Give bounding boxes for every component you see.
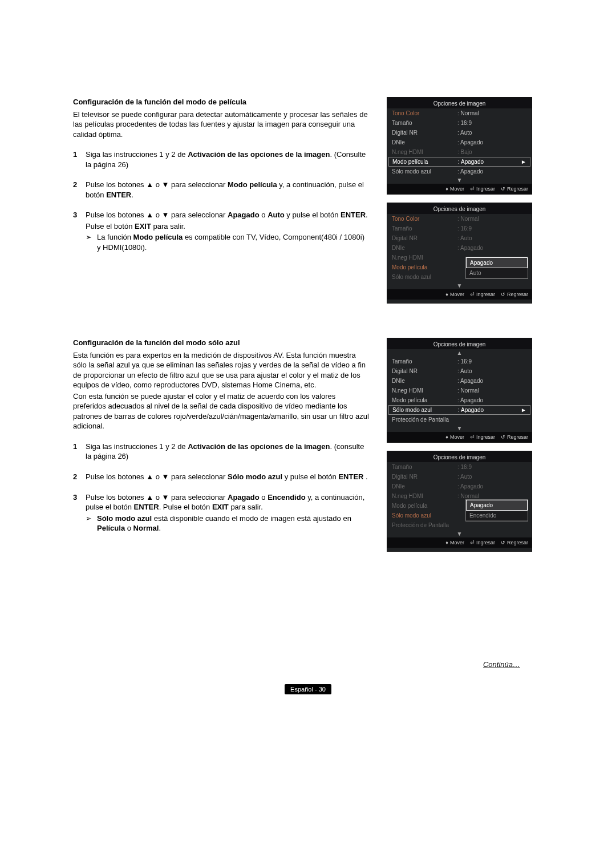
osd-footer: MoverIngresarRegresar xyxy=(387,537,532,548)
osd-row-value: : Apagado xyxy=(457,397,527,403)
osd-row-value: : Auto xyxy=(457,235,527,241)
osd-row-value: : 16:9 xyxy=(457,358,527,365)
osd-row-label: Protección de Pantalla xyxy=(392,417,457,423)
osd-row-value: : Apagado xyxy=(457,483,527,490)
s2-step-2: 2 Pulse los botones ▲ o ▼ para seleccion… xyxy=(73,472,370,482)
osd-row-label: Sólo modo azul xyxy=(392,512,457,519)
osd-row-label: Tono Color xyxy=(392,216,457,222)
osd-hint-return: Regresar xyxy=(501,434,528,440)
section-2-intro: Esta función es para expertos en la medi… xyxy=(73,350,370,390)
osd-row[interactable]: DNIe: Apagado xyxy=(387,482,532,491)
osd-row-value: : Apagado xyxy=(458,159,521,165)
osd-panel-1: Opciones de imagenTono Color: NormalTama… xyxy=(387,97,532,195)
chevron-right-icon: ► xyxy=(521,407,526,413)
osd-hint-enter: Ingresar xyxy=(470,292,495,297)
osd-row[interactable]: Sólo modo azul: Apagado xyxy=(387,167,532,176)
osd-row-value: : 16:9 xyxy=(457,225,527,232)
osd-row-label: DNIe xyxy=(392,483,457,490)
scroll-down-icon: ▼ xyxy=(387,530,532,537)
osd-row[interactable]: Tamaño: 16:9 xyxy=(387,118,532,128)
osd-row-label: Modo película xyxy=(392,264,457,270)
page-footer: Español - 30 xyxy=(73,685,543,693)
osd-hint-return: Regresar xyxy=(501,292,528,297)
osd-row-label: Sólo modo azul xyxy=(392,168,457,175)
section-1-heading: Configuración de la función del modo de … xyxy=(73,97,370,107)
osd-row-label: DNIe xyxy=(392,245,457,251)
osd-row-label: Digital NR xyxy=(392,368,457,374)
section-2-text: Configuración de la función del modo sól… xyxy=(73,338,370,552)
osd-row[interactable]: Tono Color: Normal xyxy=(387,108,532,118)
s1-step-3: 3 Pulse los botones ▲ o ▼ para seleccion… xyxy=(73,210,370,252)
osd-row[interactable]: Modo película: Apagado xyxy=(387,395,532,405)
osd-row-label: Digital NR xyxy=(392,235,457,241)
osd-row[interactable]: N.neg HDMI: Normal xyxy=(387,386,532,395)
osd-row-label: Modo película xyxy=(392,397,457,403)
osd-row-value: : Auto xyxy=(457,474,527,480)
osd-row[interactable]: Modo película: Apagado► xyxy=(388,157,530,167)
scroll-down-icon: ▼ xyxy=(387,282,532,289)
osd-row[interactable]: Digital NR: Auto xyxy=(387,128,532,138)
s1-step-2: 2 Pulse los botones ▲ o ▼ para seleccion… xyxy=(73,180,370,200)
osd-row-label: Protección de Pantalla xyxy=(392,522,457,528)
osd-title: Opciones de imagen xyxy=(387,338,532,349)
osd-row-value: : Normal xyxy=(457,216,527,222)
osd-row-value: : 16:9 xyxy=(457,120,527,126)
osd-popup-option[interactable]: Auto xyxy=(466,268,528,278)
osd-row[interactable]: DNIe: Apagado xyxy=(387,243,532,253)
osd-row-value: : Apagado xyxy=(458,407,521,413)
osd-row-value: : 16:9 xyxy=(457,464,527,470)
scroll-down-icon: ▼ xyxy=(387,424,532,432)
osd-row-label: DNIe xyxy=(392,378,457,384)
osd-popup-option[interactable]: Apagado xyxy=(466,257,528,268)
section-2-intro-2: Con esta función se puede ajustar el col… xyxy=(73,391,370,431)
osd-row[interactable]: Digital NR: Auto xyxy=(387,233,532,243)
osd-row[interactable]: Digital NR: Auto xyxy=(387,366,532,376)
chevron-right-icon: ► xyxy=(521,159,526,165)
osd-hint-return: Regresar xyxy=(501,186,528,192)
osd-row-label: Tamaño xyxy=(392,225,457,232)
osd-row[interactable]: Tamaño: 16:9 xyxy=(387,462,532,472)
osd-hint-move: Mover xyxy=(445,540,464,545)
section-1-osds: Opciones de imagenTono Color: NormalTama… xyxy=(387,97,532,304)
scroll-down-icon: ▼ xyxy=(387,176,532,184)
section-1-intro: El televisor se puede configurar para de… xyxy=(73,110,370,140)
osd-row[interactable]: Tamaño: 16:9 xyxy=(387,357,532,366)
osd-row-label: N.neg HDMI xyxy=(392,254,457,261)
osd-row-label: N.neg HDMI xyxy=(392,387,457,394)
scroll-up-icon: ▲ xyxy=(387,349,532,357)
osd-row-label: Modo película xyxy=(392,503,457,509)
osd-row-label: N.neg HDMI xyxy=(392,493,457,499)
osd-row[interactable]: Digital NR: Auto xyxy=(387,472,532,482)
osd-hint-move: Mover xyxy=(445,292,464,297)
osd-row[interactable]: Tono Color: Normal xyxy=(387,214,532,224)
osd-row-value: : Apagado xyxy=(457,245,527,251)
note-arrow-icon: ➢ xyxy=(86,514,97,533)
osd-popup-option[interactable]: Apagado xyxy=(466,500,528,511)
osd-row[interactable]: N.neg HDMI: Bajo xyxy=(387,147,532,157)
section-1-text: Configuración de la función del modo de … xyxy=(73,97,370,304)
osd-row[interactable]: DNIe: Apagado xyxy=(387,138,532,147)
osd-title: Opciones de imagen xyxy=(387,203,532,214)
osd-popup-option[interactable]: Encendido xyxy=(466,511,528,521)
osd-row[interactable]: Protección de Pantalla xyxy=(387,520,532,530)
osd-footer: MoverIngresarRegresar xyxy=(387,184,532,194)
osd-hint-return: Regresar xyxy=(501,540,528,545)
continue-text: Continúa… xyxy=(73,660,520,669)
osd-panel-2: Opciones de imagenTono Color: NormalTama… xyxy=(387,203,532,304)
osd-row[interactable]: Protección de Pantalla xyxy=(387,415,532,424)
osd-popup: ApagadoEncendido xyxy=(465,499,528,521)
osd-row-label: Sólo modo azul xyxy=(392,407,458,413)
osd-row-value: : Apagado xyxy=(457,168,527,175)
osd-row-value: : Auto xyxy=(457,368,527,374)
osd-row[interactable]: DNIe: Apagado xyxy=(387,376,532,386)
section-2-heading: Configuración de la función del modo sól… xyxy=(73,338,370,348)
osd-row[interactable]: Sólo modo azul: Apagado► xyxy=(388,405,530,415)
osd-row-value: : Bajo xyxy=(457,149,527,155)
osd-row[interactable]: Tamaño: 16:9 xyxy=(387,224,532,233)
osd-title: Opciones de imagen xyxy=(387,451,532,462)
osd-popup: ApagadoAuto xyxy=(465,257,528,279)
osd-hint-move: Mover xyxy=(445,434,464,440)
osd-row-label: Tono Color xyxy=(392,110,457,116)
s2-step-3: 3 Pulse los botones ▲ o ▼ para seleccion… xyxy=(73,492,370,533)
osd-row-value: : Auto xyxy=(457,130,527,136)
